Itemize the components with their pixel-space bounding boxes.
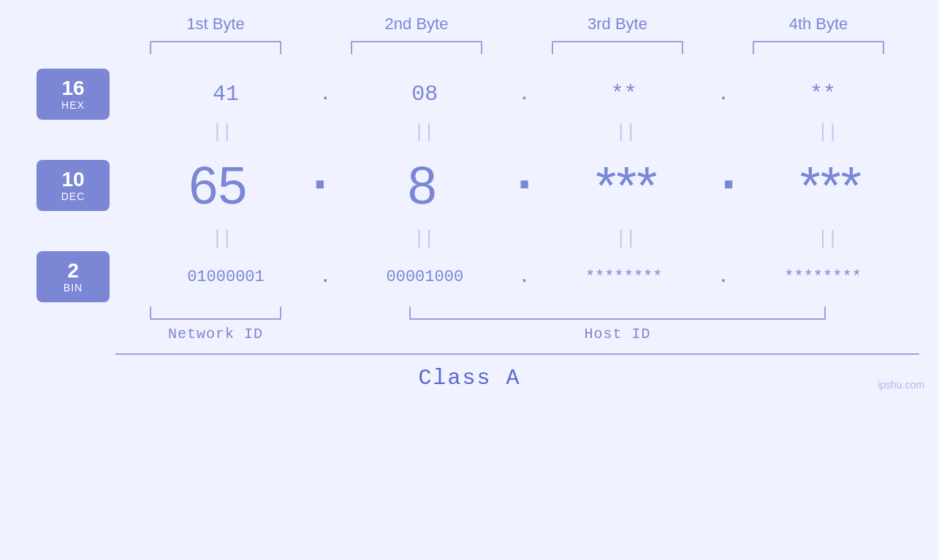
bin-base-label: 2 BIN	[37, 251, 110, 302]
eq2-b2: ||	[333, 228, 513, 250]
class-line	[115, 353, 919, 355]
hex-byte1: 41	[132, 82, 320, 107]
hex-dot3: .	[718, 85, 729, 104]
host-id-label: Host ID	[584, 326, 650, 342]
hex-byte4: **	[729, 82, 917, 107]
dec-dot3: .	[712, 145, 744, 226]
eq-values-1: || || || ||	[110, 121, 939, 143]
hex-number: 16	[61, 77, 84, 100]
hex-values: 41 . 08 . ** . **	[110, 82, 939, 107]
hex-byte2: 08	[330, 82, 519, 107]
dec-byte4: ***	[745, 156, 917, 215]
watermark: ipshu.com	[878, 379, 924, 391]
bottom-brackets-container	[115, 307, 919, 320]
dec-base-label: 10 DEC	[37, 160, 110, 211]
eq1-b4: ||	[737, 121, 917, 143]
eq1-b3: ||	[536, 121, 715, 143]
equals-row-1: || || || ||	[0, 121, 939, 143]
class-a-label: Class A	[418, 366, 520, 391]
host-bracket	[409, 307, 826, 320]
host-id-cell: Host ID	[316, 326, 919, 342]
dec-data-row: 10 DEC 65 . 8 . *** . ***	[0, 145, 939, 226]
class-line-row	[115, 353, 919, 355]
dec-dot1: .	[304, 145, 335, 226]
network-bracket	[150, 307, 281, 320]
main-container: 1st Byte 2nd Byte 3rd Byte 4th Byte 16 H…	[0, 0, 939, 560]
dec-byte1: 65	[132, 156, 304, 215]
hex-name: HEX	[61, 99, 85, 111]
id-labels-row: Network ID Host ID	[115, 326, 919, 342]
eq1-b1: ||	[132, 121, 311, 143]
top-bracket-2	[351, 41, 482, 54]
dec-byte3: ***	[540, 156, 712, 215]
bin-dot1: .	[320, 267, 330, 287]
eq2-b4: ||	[737, 228, 917, 250]
bin-number: 2	[67, 260, 79, 283]
dec-name: DEC	[61, 191, 85, 202]
bin-dot2: .	[519, 267, 529, 287]
bin-byte1: 01000001	[132, 268, 320, 286]
class-footer: Class A ipshu.com	[0, 366, 939, 391]
byte1-header: 1st Byte	[115, 15, 316, 34]
hex-dot2: .	[519, 85, 529, 104]
network-bracket-cell	[115, 307, 316, 320]
host-bracket-cell	[316, 307, 919, 320]
hex-byte3: **	[530, 82, 718, 107]
hex-dot1: .	[320, 85, 330, 104]
bracket-cell-2	[316, 41, 517, 54]
top-bracket-1	[150, 41, 281, 54]
eq2-b1: ||	[132, 228, 311, 250]
bin-byte2: 00001000	[330, 268, 519, 286]
bracket-cell-3	[517, 41, 718, 54]
bin-byte3: ********	[530, 268, 718, 286]
top-bracket-4	[753, 41, 884, 54]
byte2-header: 2nd Byte	[316, 15, 517, 34]
bin-byte4: ********	[729, 268, 917, 286]
dec-number: 10	[61, 169, 84, 191]
eq1-b2: ||	[333, 121, 513, 143]
bin-name: BIN	[64, 282, 83, 294]
byte4-header: 4th Byte	[718, 15, 919, 34]
dec-byte2: 8	[336, 156, 509, 215]
bin-dot3: .	[718, 267, 729, 287]
bracket-cell-1	[115, 41, 316, 54]
bracket-cell-4	[718, 41, 919, 54]
network-id-label: Network ID	[168, 326, 263, 342]
bin-values: 01000001 . 00001000 . ******** . *******…	[110, 267, 939, 287]
byte3-header: 3rd Byte	[517, 15, 718, 34]
dec-values: 65 . 8 . *** . ***	[110, 145, 939, 226]
hex-base-label: 16 HEX	[37, 69, 110, 120]
hex-data-row: 16 HEX 41 . 08 . ** . **	[0, 69, 939, 120]
eq-values-2: || || || ||	[110, 228, 939, 250]
top-bracket-3	[552, 41, 683, 54]
network-id-cell: Network ID	[115, 326, 316, 342]
eq2-b3: ||	[536, 228, 715, 250]
top-brackets-row	[115, 41, 919, 54]
bin-data-row: 2 BIN 01000001 . 00001000 . ******** . *…	[0, 251, 939, 302]
dec-dot2: .	[509, 145, 540, 226]
byte-headers-row: 1st Byte 2nd Byte 3rd Byte 4th Byte	[115, 15, 919, 34]
equals-row-2: || || || ||	[0, 228, 939, 250]
